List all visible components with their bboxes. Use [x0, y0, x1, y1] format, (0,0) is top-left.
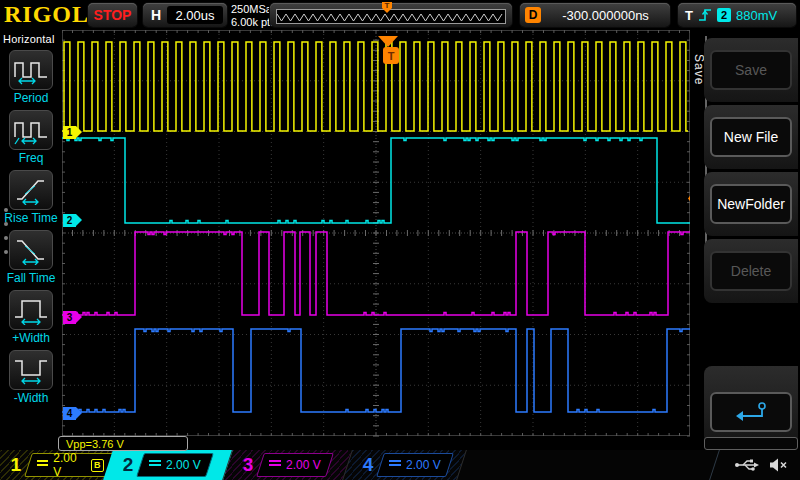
oscilloscope-screen: RIGOL STOP H 2.00us 250MSa/s 6.00k pts T… — [0, 0, 800, 480]
waveform-display: 1 2 3 4 T T — [62, 30, 690, 437]
channel3-scale-box: 2.00 V — [256, 453, 334, 477]
preview-window — [276, 9, 506, 24]
rising-edge-icon — [698, 7, 712, 23]
preview-waveform — [277, 10, 505, 25]
measure-item-freq[interactable]: Freq — [0, 110, 62, 165]
trigger-label: T — [685, 8, 693, 23]
softkey-block: Delete — [704, 239, 798, 303]
menu-scroll-dots — [4, 198, 8, 264]
channel4-status[interactable]: 4 2.00 V — [352, 450, 466, 480]
fall-time-icon — [12, 235, 50, 265]
channel4-number: 4 — [360, 454, 376, 476]
measure-item-fall-time[interactable]: Fall Time — [0, 230, 62, 285]
minus-width-icon — [12, 355, 50, 385]
run-state-button[interactable]: STOP — [88, 3, 137, 27]
freq-icon — [12, 115, 50, 145]
trigger-position-marker[interactable]: T — [378, 36, 398, 66]
measure-menu-title: Horizontal — [0, 30, 62, 45]
trigger-level-value: 880mV — [736, 8, 777, 23]
measurement-result-box: Vpp=3.76 V — [58, 436, 188, 451]
bandwidth-limit-badge: B — [91, 459, 104, 472]
channel4-position-tag[interactable]: 4 — [63, 407, 76, 420]
delay-box[interactable]: D -300.000000ns — [520, 3, 670, 27]
softkey-block: Save — [704, 38, 798, 102]
measure-item-rise-time[interactable]: Rise Time — [0, 170, 62, 225]
channel3-position-tag[interactable]: 3 — [63, 311, 76, 324]
rise-time-icon — [12, 175, 50, 205]
channel-status-bar: 1 2.00 V B 2 2.00 V 3 — [0, 450, 800, 480]
trigger-source-badge: 2 — [717, 8, 731, 22]
horizontal-label: H — [151, 7, 161, 23]
save-button[interactable]: Save — [710, 50, 792, 90]
channel4-scale-box: 2.00 V — [376, 453, 454, 477]
delay-value: -300.000000ns — [541, 8, 670, 23]
delete-button[interactable]: Delete — [710, 251, 792, 291]
channel3-number: 3 — [240, 454, 256, 476]
trigger-box[interactable]: T 2 880mV — [678, 3, 796, 27]
softkey-block: NewFolder — [704, 172, 798, 236]
system-status-icons — [700, 450, 800, 480]
graticule-and-traces — [62, 30, 690, 437]
horizontal-timebase-box[interactable]: H 2.00us — [143, 3, 227, 27]
channel2-status[interactable]: 2 2.00 V — [112, 450, 232, 480]
dc-coupling-icon — [149, 460, 161, 471]
measure-item-plus-width[interactable]: +Width — [0, 290, 62, 345]
period-icon — [12, 55, 50, 85]
channel1-status[interactable]: 1 2.00 V B — [0, 450, 112, 480]
new-folder-button[interactable]: NewFolder — [710, 184, 792, 224]
channel3-status[interactable]: 3 2.00 V — [232, 450, 352, 480]
usb-icon — [734, 457, 760, 473]
back-button[interactable] — [710, 392, 792, 432]
dc-coupling-icon — [389, 460, 401, 471]
channel2-scale-box: 2.00 V — [136, 453, 214, 477]
rigol-logo: RIGOL — [4, 1, 89, 28]
return-arrow-icon — [729, 400, 773, 424]
new-file-button[interactable]: New File — [710, 117, 792, 157]
softkey-block — [704, 366, 798, 444]
channel1-scale-box: 2.00 V B — [24, 453, 116, 477]
speaker-muted-icon — [769, 457, 788, 473]
channel2-number: 2 — [120, 454, 136, 476]
measure-item-minus-width[interactable]: -Width — [0, 350, 62, 405]
waveform-preview-strip: T — [270, 3, 512, 27]
channel1-position-tag[interactable]: 1 — [63, 126, 76, 139]
timebase-value: 2.00us — [167, 6, 223, 24]
channel2-position-tag[interactable]: 2 — [63, 214, 76, 227]
dc-coupling-icon — [269, 460, 281, 471]
dc-coupling-icon — [37, 460, 48, 471]
top-bar: RIGOL STOP H 2.00us 250MSa/s 6.00k pts T… — [0, 0, 800, 30]
plus-width-icon — [12, 295, 50, 325]
softkey-block: New File — [704, 105, 798, 169]
left-measure-menu: Horizontal Period Freq Rise Time Fall Ti… — [0, 30, 62, 450]
trigger-position-arrow-icon — [378, 36, 398, 47]
channel1-number: 1 — [8, 454, 24, 476]
menu-footer-box — [704, 437, 798, 450]
right-softkey-menu: Save Save New File NewFolder Delete — [690, 30, 800, 450]
measure-item-period[interactable]: Period — [0, 50, 62, 105]
delay-label: D — [525, 7, 541, 23]
